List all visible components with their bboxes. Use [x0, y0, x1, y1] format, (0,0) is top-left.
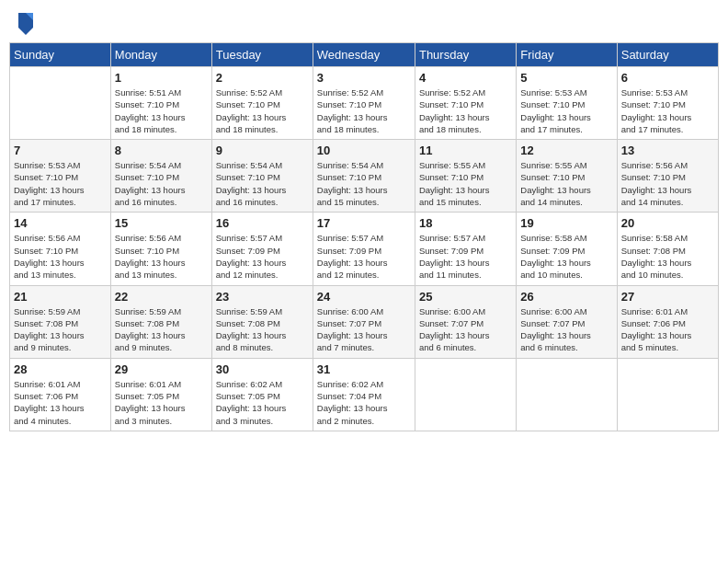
- week-row-4: 21Sunrise: 5:59 AMSunset: 7:08 PMDayligh…: [10, 285, 719, 358]
- day-cell: 29Sunrise: 6:01 AMSunset: 7:05 PMDayligh…: [110, 358, 211, 431]
- day-cell: 24Sunrise: 6:00 AMSunset: 7:07 PMDayligh…: [313, 285, 415, 358]
- day-number: 9: [216, 144, 309, 157]
- day-number: 17: [317, 216, 411, 230]
- weekday-header-saturday: Saturday: [617, 43, 718, 67]
- day-number: 27: [621, 290, 714, 304]
- day-cell: [10, 67, 111, 140]
- day-cell: 9Sunrise: 5:54 AMSunset: 7:10 PMDaylight…: [211, 140, 313, 213]
- day-info: Sunrise: 6:02 AMSunset: 7:05 PMDaylight:…: [216, 378, 309, 427]
- day-cell: 1Sunrise: 5:51 AMSunset: 7:10 PMDaylight…: [110, 67, 211, 140]
- weekday-header-thursday: Thursday: [415, 43, 516, 67]
- day-cell: 12Sunrise: 5:55 AMSunset: 7:10 PMDayligh…: [517, 140, 617, 213]
- day-cell: 21Sunrise: 5:59 AMSunset: 7:08 PMDayligh…: [10, 285, 111, 358]
- weekday-header-row: SundayMondayTuesdayWednesdayThursdayFrid…: [10, 43, 719, 67]
- day-cell: 2Sunrise: 5:52 AMSunset: 7:10 PMDaylight…: [211, 67, 313, 140]
- day-cell: [415, 358, 516, 431]
- day-info: Sunrise: 6:01 AMSunset: 7:06 PMDaylight:…: [621, 305, 714, 354]
- day-cell: 3Sunrise: 5:52 AMSunset: 7:10 PMDaylight…: [313, 67, 415, 140]
- day-cell: 28Sunrise: 6:01 AMSunset: 7:06 PMDayligh…: [10, 358, 111, 431]
- day-number: 20: [621, 216, 714, 230]
- logo-icon: [15, 9, 37, 35]
- day-number: 21: [14, 290, 107, 304]
- day-info: Sunrise: 5:53 AMSunset: 7:10 PMDaylight:…: [621, 86, 714, 135]
- day-number: 6: [621, 71, 714, 85]
- day-info: Sunrise: 5:58 AMSunset: 7:09 PMDaylight:…: [520, 232, 612, 281]
- weekday-header-sunday: Sunday: [10, 43, 111, 67]
- day-number: 11: [419, 144, 512, 157]
- week-row-5: 28Sunrise: 6:01 AMSunset: 7:06 PMDayligh…: [10, 358, 719, 431]
- day-info: Sunrise: 5:56 AMSunset: 7:10 PMDaylight:…: [14, 232, 107, 281]
- day-number: 13: [621, 144, 714, 157]
- day-info: Sunrise: 5:59 AMSunset: 7:08 PMDaylight:…: [216, 305, 309, 354]
- day-cell: 5Sunrise: 5:53 AMSunset: 7:10 PMDaylight…: [517, 67, 617, 140]
- day-number: 30: [216, 362, 309, 376]
- day-cell: 17Sunrise: 5:57 AMSunset: 7:09 PMDayligh…: [313, 213, 415, 285]
- day-number: 23: [216, 290, 309, 304]
- day-number: 19: [520, 216, 612, 230]
- day-info: Sunrise: 6:00 AMSunset: 7:07 PMDaylight:…: [317, 305, 411, 354]
- day-cell: 11Sunrise: 5:55 AMSunset: 7:10 PMDayligh…: [415, 140, 516, 213]
- day-number: 25: [419, 290, 512, 304]
- day-info: Sunrise: 5:59 AMSunset: 7:08 PMDaylight:…: [115, 305, 208, 354]
- day-cell: 8Sunrise: 5:54 AMSunset: 7:10 PMDaylight…: [110, 140, 211, 213]
- weekday-header-wednesday: Wednesday: [313, 43, 415, 67]
- day-number: 15: [115, 216, 208, 230]
- day-info: Sunrise: 5:51 AMSunset: 7:10 PMDaylight:…: [115, 86, 208, 135]
- day-info: Sunrise: 5:54 AMSunset: 7:10 PMDaylight:…: [317, 159, 411, 208]
- day-cell: 18Sunrise: 5:57 AMSunset: 7:09 PMDayligh…: [415, 213, 516, 285]
- week-row-3: 14Sunrise: 5:56 AMSunset: 7:10 PMDayligh…: [10, 213, 719, 285]
- day-info: Sunrise: 5:54 AMSunset: 7:10 PMDaylight:…: [115, 159, 208, 208]
- day-cell: 25Sunrise: 6:00 AMSunset: 7:07 PMDayligh…: [415, 285, 516, 358]
- day-number: 24: [317, 290, 411, 304]
- day-info: Sunrise: 5:54 AMSunset: 7:10 PMDaylight:…: [216, 159, 309, 208]
- day-info: Sunrise: 5:57 AMSunset: 7:09 PMDaylight:…: [419, 232, 512, 281]
- day-info: Sunrise: 6:00 AMSunset: 7:07 PMDaylight:…: [419, 305, 512, 354]
- day-number: 10: [317, 144, 411, 157]
- day-info: Sunrise: 5:55 AMSunset: 7:10 PMDaylight:…: [520, 159, 612, 208]
- day-cell: 22Sunrise: 5:59 AMSunset: 7:08 PMDayligh…: [110, 285, 211, 358]
- day-number: 7: [14, 144, 107, 157]
- day-number: 29: [115, 362, 208, 376]
- day-number: 3: [317, 71, 411, 85]
- day-cell: 4Sunrise: 5:52 AMSunset: 7:10 PMDaylight…: [415, 67, 516, 140]
- weekday-header-tuesday: Tuesday: [211, 43, 313, 67]
- day-cell: 20Sunrise: 5:58 AMSunset: 7:08 PMDayligh…: [617, 213, 718, 285]
- day-info: Sunrise: 6:00 AMSunset: 7:07 PMDaylight:…: [520, 305, 612, 354]
- day-info: Sunrise: 5:57 AMSunset: 7:09 PMDaylight:…: [216, 232, 309, 281]
- day-number: 22: [115, 290, 208, 304]
- day-cell: 7Sunrise: 5:53 AMSunset: 7:10 PMDaylight…: [10, 140, 111, 213]
- day-cell: 23Sunrise: 5:59 AMSunset: 7:08 PMDayligh…: [211, 285, 313, 358]
- day-cell: 16Sunrise: 5:57 AMSunset: 7:09 PMDayligh…: [211, 213, 313, 285]
- day-info: Sunrise: 6:01 AMSunset: 7:06 PMDaylight:…: [14, 378, 107, 427]
- day-number: 5: [520, 71, 612, 85]
- day-info: Sunrise: 5:53 AMSunset: 7:10 PMDaylight:…: [14, 159, 107, 208]
- day-info: Sunrise: 5:58 AMSunset: 7:08 PMDaylight:…: [621, 232, 714, 281]
- day-info: Sunrise: 5:59 AMSunset: 7:08 PMDaylight:…: [14, 305, 107, 354]
- day-cell: 31Sunrise: 6:02 AMSunset: 7:04 PMDayligh…: [313, 358, 415, 431]
- day-number: 12: [520, 144, 612, 157]
- day-number: 4: [419, 71, 512, 85]
- week-row-2: 7Sunrise: 5:53 AMSunset: 7:10 PMDaylight…: [10, 140, 719, 213]
- day-cell: 27Sunrise: 6:01 AMSunset: 7:06 PMDayligh…: [617, 285, 718, 358]
- day-number: 28: [14, 362, 107, 376]
- day-info: Sunrise: 5:53 AMSunset: 7:10 PMDaylight:…: [520, 86, 612, 135]
- day-cell: 10Sunrise: 5:54 AMSunset: 7:10 PMDayligh…: [313, 140, 415, 213]
- week-row-1: 1Sunrise: 5:51 AMSunset: 7:10 PMDaylight…: [10, 67, 719, 140]
- day-info: Sunrise: 5:52 AMSunset: 7:10 PMDaylight:…: [317, 86, 411, 135]
- day-info: Sunrise: 5:57 AMSunset: 7:09 PMDaylight:…: [317, 232, 411, 281]
- day-number: 26: [520, 290, 612, 304]
- day-info: Sunrise: 5:56 AMSunset: 7:10 PMDaylight:…: [621, 159, 714, 208]
- day-cell: 19Sunrise: 5:58 AMSunset: 7:09 PMDayligh…: [517, 213, 617, 285]
- day-info: Sunrise: 6:02 AMSunset: 7:04 PMDaylight:…: [317, 378, 411, 427]
- day-number: 16: [216, 216, 309, 230]
- day-cell: [617, 358, 718, 431]
- day-number: 1: [115, 71, 208, 85]
- day-number: 14: [14, 216, 107, 230]
- day-info: Sunrise: 5:55 AMSunset: 7:10 PMDaylight:…: [419, 159, 512, 208]
- day-cell: [517, 358, 617, 431]
- day-info: Sunrise: 5:52 AMSunset: 7:10 PMDaylight:…: [419, 86, 512, 135]
- day-cell: 26Sunrise: 6:00 AMSunset: 7:07 PMDayligh…: [517, 285, 617, 358]
- day-info: Sunrise: 6:01 AMSunset: 7:05 PMDaylight:…: [115, 378, 208, 427]
- day-cell: 14Sunrise: 5:56 AMSunset: 7:10 PMDayligh…: [10, 213, 111, 285]
- page-header: [9, 9, 719, 35]
